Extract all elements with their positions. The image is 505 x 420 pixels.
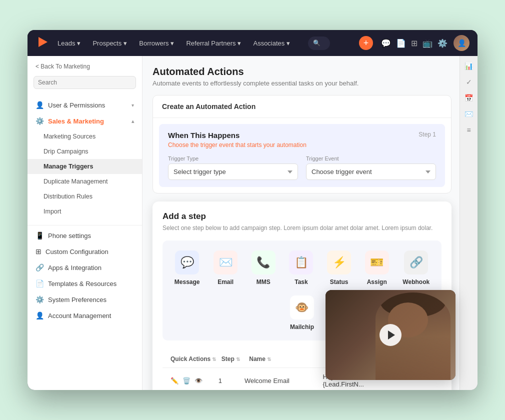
step-option-task[interactable]: 📋 Task [289,250,313,286]
step1-header: When This Happens Step 1 [168,131,436,140]
chevron-up-icon: ▴ [132,118,134,124]
menu-icon[interactable]: ≡ [466,126,470,134]
check-icon[interactable]: ✓ [466,78,472,86]
sidebar-search-input[interactable] [34,76,136,89]
step-option-mailchip[interactable]: 🐵 Mailchip [290,296,314,330]
trigger-type-select[interactable]: Select trigger type [168,164,298,180]
task-icon-bg: 📋 [289,250,313,274]
sidebar-item-drip-campaigns[interactable]: Drip Campaigns [28,144,142,159]
mms-icon-bg: 📞 [252,250,276,274]
video-icon[interactable]: 📺 [422,38,432,48]
webhook-icon-bg: 🔗 [404,250,428,274]
delete-icon[interactable]: 🗑️ [182,377,190,384]
step-option-webhook-label: Webhook [402,278,430,286]
action-icons: ✏️ 🗑️ 👁️ [170,377,218,384]
chevron-down-icon: ▾ [286,40,290,47]
sidebar-item-import[interactable]: Import [28,204,142,219]
sidebar-item-sales-marketing[interactable]: ⚙️ Sales & Marketing ▴ [28,113,142,129]
sidebar-item-marketing-sources[interactable]: Marketing Sources [28,129,142,144]
sidebar-item-distribution[interactable]: Distribution Rules [28,189,142,204]
edit-icon[interactable]: ✏️ [170,377,178,384]
assign-icon: 🎫 [370,256,384,269]
step-option-status[interactable]: ⚡ Status [327,250,351,286]
view-icon[interactable]: 👁️ [194,377,202,384]
mailchip-icon: 🐵 [295,301,308,314]
nav-leads[interactable]: Leads ▾ [54,38,84,49]
calendar-icon[interactable]: 📅 [464,94,473,102]
add-step-subtitle: Select one step below to add campaign st… [162,224,442,232]
step-option-mms-label: MMS [256,278,270,286]
sidebar-item-custom-config[interactable]: ⊞ Custom Configuration [28,244,142,260]
assign-icon-bg: 🎫 [365,250,389,274]
nav-prospects[interactable]: Prospects ▾ [88,38,131,49]
step-option-mailchip-label: Mailchip [290,324,314,330]
sidebar-item-permissions[interactable]: 👤 User & Permissions ▾ [28,97,142,113]
nav-borrowers[interactable]: Borrowers ▾ [135,38,178,49]
sort-icon: ⇅ [267,356,271,362]
search-icon: 🔍 [313,40,320,46]
create-action-card: Create an Automated Action When This Hap… [152,95,452,194]
config-icon: ⊞ [36,248,42,256]
file-icon[interactable]: 📄 [396,38,406,48]
sidebar-item-templates[interactable]: 📄 Templates & Resources [28,276,142,292]
account-icon: 👤 [36,312,44,320]
sidebar-item-apps[interactable]: 🔗 Apps & Integration [28,260,142,276]
email-icon: ✉️ [219,256,232,269]
chevron-down-icon: ▾ [170,40,174,47]
sidebar-item-duplicate[interactable]: Duplicate Management [28,174,142,189]
search-wrapper: 🔍 [308,36,330,50]
trigger-event-select[interactable]: Choose trigger event [306,164,436,180]
avatar[interactable]: 👤 [454,35,470,51]
chat-icon[interactable]: 💬 [381,38,391,48]
trigger-event-group: Trigger Event Choose trigger event [306,156,436,180]
step-option-mms[interactable]: 📞 MMS [252,250,276,286]
nav-associates[interactable]: Associates ▾ [249,38,294,49]
step1-card: When This Happens Step 1 Choose the trig… [159,124,445,187]
side-toolbar: 📊 ✓ 📅 ✉️ ≡ [460,56,478,390]
right-panel: 📊 ✓ 📅 ✉️ ≡ Automated Actions Automate ev… [142,56,478,390]
chevron-down-icon: ▾ [132,102,134,108]
chart-icon[interactable]: 📊 [464,62,473,70]
nav-logo [36,35,50,51]
settings-icon[interactable]: ⚙️ [438,38,448,48]
mail-icon[interactable]: ✉️ [464,110,473,118]
sidebar-item-manage-triggers[interactable]: Manage Triggers [28,159,142,174]
step-option-assign[interactable]: 🎫 Assign [365,250,389,286]
sort-icon: ⇅ [212,356,216,362]
col-header-name: Name ⇅ [249,356,332,362]
chevron-down-icon: ▾ [238,40,241,47]
grid-icon[interactable]: ⊞ [411,38,418,48]
sort-icon: ⇅ [236,356,240,362]
sidebar-item-phone[interactable]: 📱 Phone settings [28,228,142,244]
nav-referral[interactable]: Referral Partners ▾ [182,38,245,49]
chevron-down-icon: ▾ [124,40,127,47]
top-nav: Leads ▾ Prospects ▾ Borrowers ▾ Referral… [28,30,478,56]
trigger-type-group: Trigger Type Select trigger type [168,156,298,180]
step-option-webhook[interactable]: 🔗 Webhook [402,250,430,286]
message-icon: 💬 [180,256,194,269]
mms-icon: 📞 [256,256,270,269]
row1-step: 1 [218,377,244,384]
chevron-down-icon: ▾ [77,40,80,47]
add-button[interactable]: + [359,36,373,50]
col-header-step: Step ⇅ [222,356,249,362]
step-option-message-label: Message [174,278,200,286]
sidebar-section-main: 👤 User & Permissions ▾ ⚙️ Sales & Market… [28,95,142,221]
trigger-event-label: Trigger Event [306,156,436,162]
sidebar-item-system-prefs[interactable]: ⚙️ System Preferences [28,292,142,308]
page-title: Automated Actions [152,66,452,78]
gear-icon: ⚙️ [36,117,44,125]
play-button[interactable] [380,324,402,346]
back-link[interactable]: < Back To Marketing [28,56,142,74]
col-header-actions: Quick Actions ⇅ [170,356,222,362]
status-icon-bg: ⚡ [327,250,351,274]
add-step-title: Add a step [162,212,442,222]
step-option-message[interactable]: 💬 Message [174,250,200,286]
step-option-email[interactable]: ✉️ Email [214,250,238,286]
webhook-icon: 🔗 [410,256,423,269]
sidebar-search-wrapper [28,74,142,95]
video-overlay[interactable] [326,290,456,380]
video-bg [326,290,456,380]
email-icon-bg: ✉️ [214,250,238,274]
sidebar-item-account[interactable]: 👤 Account Management [28,308,142,324]
